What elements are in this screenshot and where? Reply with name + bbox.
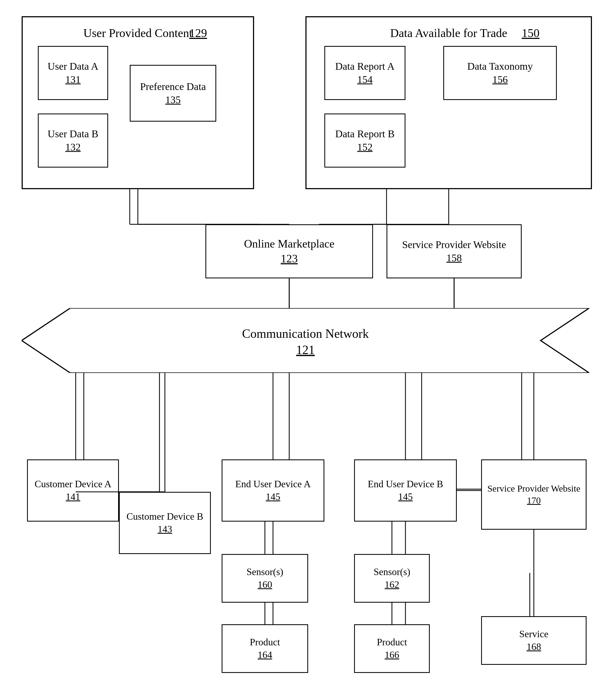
- online-marketplace-box: Online Marketplace 123: [205, 224, 373, 278]
- data-report-a-box: Data Report A 154: [324, 46, 405, 100]
- customer-device-a-box: Customer Device A 141: [27, 459, 119, 522]
- data-available-trade-number: 150: [522, 25, 540, 41]
- customer-device-b-number: 143: [158, 523, 172, 536]
- product-164-label: Product: [250, 636, 280, 649]
- service-provider-website-170-box: Service Provider Website 170: [481, 459, 586, 530]
- data-available-trade-label: Data Available for Trade: [390, 25, 507, 41]
- customer-device-b-label: Customer Device B: [127, 510, 203, 523]
- customer-device-b-box: Customer Device B 143: [119, 492, 211, 554]
- product-166-box: Product 166: [354, 624, 430, 673]
- data-report-b-number: 152: [357, 141, 373, 154]
- svg-marker-18: [22, 308, 589, 373]
- data-report-a-number: 154: [357, 73, 373, 86]
- product-164-box: Product 164: [222, 624, 308, 673]
- user-data-a-number: 131: [66, 73, 81, 86]
- user-data-b-label: User Data B: [48, 127, 98, 141]
- data-taxonomy-number: 156: [492, 73, 508, 86]
- service-168-number: 168: [527, 640, 541, 653]
- end-user-device-b-box: End User Device B 145: [354, 459, 457, 522]
- service-provider-website-170-number: 170: [527, 495, 541, 507]
- sensors-160-box: Sensor(s) 160: [222, 554, 308, 603]
- end-user-device-a-label: End User Device A: [235, 478, 311, 491]
- service-provider-website-158-label: Service Provider Website: [402, 238, 506, 251]
- data-taxonomy-label: Data Taxonomy: [467, 60, 533, 73]
- end-user-device-b-number: 145: [398, 491, 413, 503]
- sensors-162-box: Sensor(s) 162: [354, 554, 430, 603]
- end-user-device-b-label: End User Device B: [368, 478, 443, 491]
- customer-device-a-label: Customer Device A: [35, 478, 111, 491]
- preference-data-box: Preference Data 135: [130, 65, 216, 122]
- service-168-box: Service 168: [481, 616, 586, 665]
- user-data-a-label: User Data A: [48, 60, 98, 73]
- svg-text:Communication Network: Communication Network: [242, 327, 369, 341]
- product-166-label: Product: [377, 636, 407, 649]
- service-provider-website-158-number: 158: [447, 251, 462, 264]
- service-provider-website-158-box: Service Provider Website 158: [386, 224, 522, 278]
- end-user-device-a-box: End User Device A 145: [222, 459, 324, 522]
- product-166-number: 166: [385, 649, 399, 661]
- data-report-b-box: Data Report B 152: [324, 113, 405, 167]
- communication-network-arrow: Communication Network 121: [22, 308, 589, 373]
- preference-data-number: 135: [165, 93, 181, 107]
- user-data-b-number: 132: [66, 141, 81, 154]
- sensors-160-label: Sensor(s): [247, 566, 283, 578]
- user-data-b-box: User Data B 132: [38, 113, 108, 167]
- online-marketplace-number: 123: [281, 251, 298, 266]
- preference-data-label: Preference Data: [140, 80, 206, 93]
- product-164-number: 164: [258, 649, 272, 661]
- sensors-162-number: 162: [385, 578, 399, 591]
- user-data-a-box: User Data A 131: [38, 46, 108, 100]
- sensors-162-label: Sensor(s): [374, 566, 410, 578]
- sensors-160-number: 160: [258, 578, 272, 591]
- svg-text:121: 121: [296, 343, 315, 357]
- online-marketplace-label: Online Marketplace: [244, 236, 334, 251]
- customer-device-a-number: 141: [66, 491, 80, 503]
- user-provided-content-number: 129: [189, 25, 207, 41]
- diagram: User Provided Content 129 User Data A 13…: [0, 0, 616, 694]
- service-provider-website-170-label: Service Provider Website: [487, 483, 580, 495]
- data-report-b-label: Data Report B: [335, 127, 395, 141]
- data-taxonomy-box: Data Taxonomy 156: [443, 46, 557, 100]
- end-user-device-a-number: 145: [266, 491, 280, 503]
- service-168-label: Service: [519, 628, 548, 640]
- data-report-a-label: Data Report A: [335, 60, 395, 73]
- user-provided-content-label: User Provided Content: [83, 25, 192, 41]
